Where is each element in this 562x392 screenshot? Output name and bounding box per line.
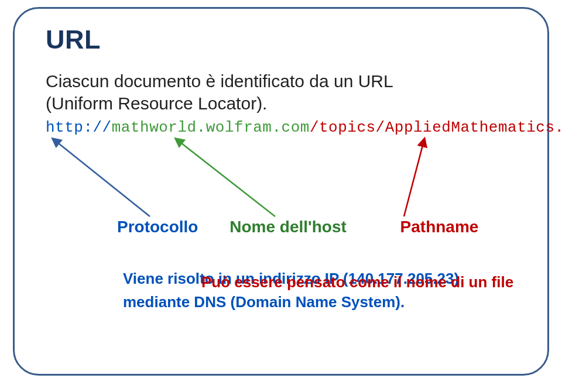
slide: URL Ciascun documento è identificato da …	[0, 0, 562, 392]
explanation-pathname-hint: Può essere pensato come il nome di un fi…	[201, 273, 537, 293]
url-host: mathworld.wolfram.com	[112, 119, 310, 136]
intro-line-2: (Uniform Resource Locator).	[46, 94, 267, 113]
label-pathname: Pathname	[400, 218, 479, 236]
url-path: /topics/AppliedMathematics.html	[310, 119, 562, 136]
label-protocol: Protocollo	[117, 218, 198, 236]
slide-title: URL	[46, 25, 101, 55]
explanation-dns: mediante DNS (Domain Name System).	[123, 293, 459, 312]
label-host: Nome dell'host	[229, 218, 347, 236]
intro-text: Ciascun documento è identificato da un U…	[46, 70, 393, 115]
url-protocol: http://	[46, 119, 112, 136]
url-example: http://mathworld.wolfram.com/topics/Appl…	[46, 119, 562, 136]
intro-line-1: Ciascun documento è identificato da un U…	[46, 71, 393, 91]
url-part-labels: Protocollo Nome dell'host Pathname	[117, 218, 478, 236]
explanation-text: Viene risolto in un indirizzo IP (140.17…	[123, 269, 459, 328]
